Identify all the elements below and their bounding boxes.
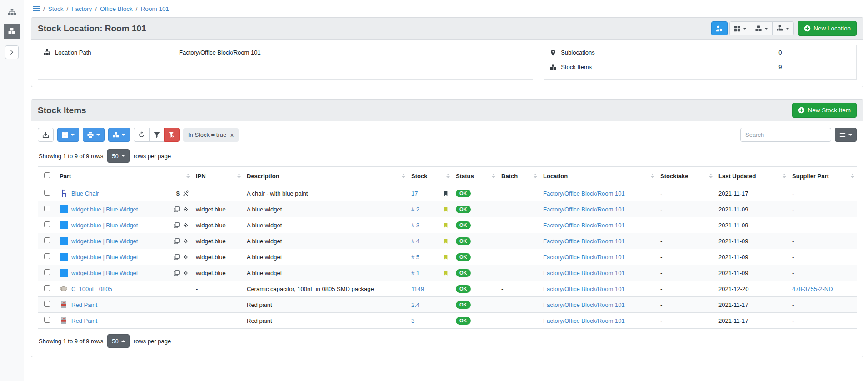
column-header-supplier_part[interactable]: Supplier Part: [788, 167, 857, 185]
stock-actions-dropdown-button[interactable]: [751, 21, 773, 35]
part-thumbnail[interactable]: [60, 253, 68, 261]
part-thumbnail[interactable]: [60, 269, 68, 277]
stock-link[interactable]: # 3: [411, 222, 419, 229]
print-actions-dropdown-button[interactable]: [83, 128, 105, 142]
location-tree-dropdown-button[interactable]: [772, 21, 794, 35]
part-link[interactable]: widget.blue | Blue Widget: [71, 254, 138, 261]
location-link[interactable]: Factory/Office Block/Room 101: [543, 190, 625, 197]
stock-link[interactable]: 1149: [411, 286, 424, 292]
row-checkbox[interactable]: [44, 237, 50, 243]
user-admin-button[interactable]: [711, 21, 728, 35]
part-thumbnail[interactable]: [60, 237, 68, 245]
sort-carets-icon[interactable]: [492, 174, 495, 178]
new-stock-item-button[interactable]: New Stock Item: [792, 103, 857, 118]
supplier-part-value: -: [792, 222, 794, 229]
part-link[interactable]: widget.blue | Blue Widget: [71, 238, 138, 245]
bookmark-icon: [443, 206, 449, 212]
row-checkbox[interactable]: [44, 285, 50, 291]
sort-carets-icon[interactable]: [186, 174, 190, 178]
location-link[interactable]: Factory/Office Block/Room 101: [543, 254, 625, 261]
page-size-dropdown-button[interactable]: 50: [107, 149, 129, 163]
sort-carets-icon[interactable]: [783, 174, 786, 178]
column-header-ipn[interactable]: IPN: [192, 167, 243, 185]
stock-options-dropdown-button[interactable]: [108, 128, 130, 142]
column-header-description[interactable]: Description: [243, 167, 408, 185]
new-location-button[interactable]: New Location: [798, 21, 857, 36]
clear-filters-button[interactable]: [164, 128, 180, 142]
part-link[interactable]: C_100nF_0805: [71, 286, 112, 292]
refresh-button[interactable]: [134, 128, 150, 142]
part-thumbnail[interactable]: [60, 285, 68, 293]
column-header-stocktake[interactable]: Stocktake: [657, 167, 715, 185]
search-input[interactable]: [740, 128, 831, 142]
sidebar-item-stock-tree[interactable]: [4, 24, 20, 39]
filter-button[interactable]: [149, 128, 165, 142]
part-link[interactable]: Red Paint: [71, 317, 97, 324]
sort-carets-icon[interactable]: [851, 174, 854, 178]
location-link[interactable]: Factory/Office Block/Room 101: [543, 301, 625, 308]
sidebar-item-part-tree[interactable]: [4, 5, 20, 20]
stock-link[interactable]: # 1: [411, 270, 419, 276]
sidebar-expand-button[interactable]: [5, 45, 19, 59]
sort-carets-icon[interactable]: [446, 174, 450, 178]
stock-link[interactable]: # 2: [411, 206, 419, 213]
row-checkbox[interactable]: [44, 269, 50, 275]
breadcrumb-link[interactable]: Factory: [71, 5, 92, 12]
part-thumbnail[interactable]: [60, 189, 68, 197]
sort-carets-icon[interactable]: [534, 174, 537, 178]
stock-link[interactable]: 2.4: [411, 301, 419, 308]
row-checkbox[interactable]: [44, 190, 50, 196]
location-link[interactable]: Factory/Office Block/Room 101: [543, 317, 625, 324]
row-checkbox[interactable]: [44, 221, 50, 227]
supplier-part-value: -: [792, 317, 794, 324]
new-stock-item-label: New Stock Item: [808, 107, 851, 114]
column-header-part[interactable]: Part: [56, 167, 192, 185]
part-link[interactable]: widget.blue | Blue Widget: [71, 206, 138, 213]
part-link[interactable]: Blue Chair: [71, 190, 99, 197]
filter-chip-remove[interactable]: x: [230, 131, 234, 138]
page-size-dropdown-button[interactable]: 50: [107, 334, 129, 348]
row-checkbox[interactable]: [44, 317, 50, 323]
batch-value: -: [498, 281, 539, 297]
location-link[interactable]: Factory/Office Block/Room 101: [543, 270, 625, 276]
breadcrumb-link[interactable]: Office Block: [100, 5, 133, 12]
stock-link[interactable]: 3: [411, 317, 414, 324]
menu-icon[interactable]: [33, 5, 40, 12]
row-checkbox[interactable]: [44, 206, 50, 211]
location-link[interactable]: Factory/Office Block/Room 101: [543, 286, 625, 292]
sort-carets-icon[interactable]: [651, 174, 654, 178]
stock-link[interactable]: # 4: [411, 238, 419, 245]
boxes-icon: [113, 132, 119, 138]
sort-carets-icon[interactable]: [237, 174, 241, 178]
part-thumbnail[interactable]: [60, 221, 68, 229]
part-thumbnail[interactable]: [60, 205, 68, 213]
part-thumbnail[interactable]: [60, 316, 68, 325]
location-link[interactable]: Factory/Office Block/Room 101: [543, 222, 625, 229]
location-link[interactable]: Factory/Office Block/Room 101: [543, 238, 625, 245]
sort-carets-icon[interactable]: [709, 174, 713, 178]
export-button[interactable]: [38, 128, 54, 142]
stock-link[interactable]: # 5: [411, 254, 419, 261]
row-checkbox[interactable]: [44, 253, 50, 259]
part-link[interactable]: widget.blue | Blue Widget: [71, 222, 138, 229]
supplier-part-link[interactable]: 478-3755-2-ND: [792, 286, 833, 292]
stock-link[interactable]: 17: [411, 190, 418, 197]
options-dropdown-button[interactable]: [729, 21, 751, 35]
column-header-location[interactable]: Location: [539, 167, 657, 185]
sitemap-icon: [8, 9, 16, 16]
table-options-dropdown-button[interactable]: [57, 128, 79, 142]
part-link[interactable]: widget.blue | Blue Widget: [71, 270, 138, 276]
breadcrumb-link[interactable]: Stock: [48, 5, 64, 12]
breadcrumb-link[interactable]: Room 101: [141, 5, 169, 12]
column-header-last_updated[interactable]: Last Updated: [715, 167, 788, 185]
location-link[interactable]: Factory/Office Block/Room 101: [543, 206, 625, 213]
part-thumbnail[interactable]: [60, 301, 68, 309]
select-all-checkbox[interactable]: [44, 172, 50, 178]
row-checkbox[interactable]: [44, 301, 50, 307]
column-header-batch[interactable]: Batch: [498, 167, 539, 185]
columns-dropdown-button[interactable]: [835, 128, 857, 142]
column-header-stock[interactable]: Stock: [408, 167, 452, 185]
part-link[interactable]: Red Paint: [71, 301, 97, 308]
column-header-status[interactable]: Status: [452, 167, 498, 185]
sort-carets-icon[interactable]: [402, 174, 405, 178]
